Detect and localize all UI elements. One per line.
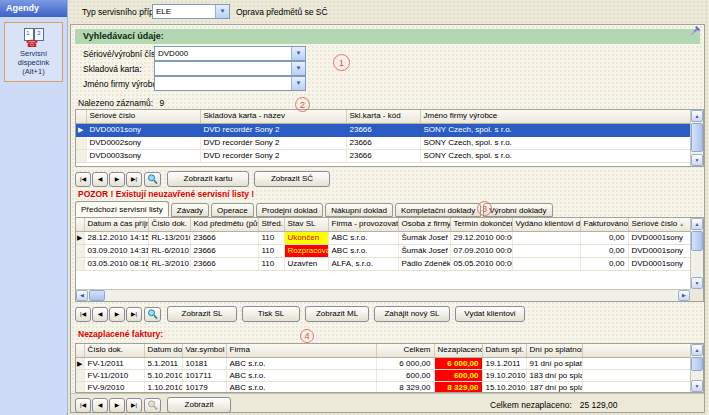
service-header-itemcode[interactable]: Kód předmětu (pův.): [190, 218, 258, 231]
invoice-row[interactable]: FV-11/2010 5.10.2010 101711 ABC s.r.o. 6…: [76, 369, 690, 381]
service-row[interactable]: 03.05.2010 08:16 RL-3/2010 23666 110 Uza…: [76, 257, 690, 270]
results-row-selected[interactable]: ▶ DVD0001sony DVD recordér Sony 2 23666 …: [76, 123, 690, 136]
stock-card-combobox[interactable]: ▼: [154, 61, 306, 76]
tab-assembly-documents[interactable]: Kompletační doklady: [395, 203, 481, 217]
show-ml-button[interactable]: Zobrazit ML: [305, 306, 369, 322]
tab-purchase-document[interactable]: Nákupní doklad: [325, 203, 393, 217]
chevron-down-icon[interactable]: ▼: [291, 47, 305, 60]
service-header-invoiced[interactable]: Fakturováno: [580, 218, 628, 231]
sidebar-header: Agendy: [0, 0, 67, 17]
invoices-header-unpaid[interactable]: Nezaplaceno: [434, 344, 482, 357]
invoice-row[interactable]: ▶ FV-1/2011 5.1.2011 10181 ABC s.r.o. 6 …: [76, 357, 690, 369]
tab-previous-service-sheets[interactable]: Předchozí servisní listy: [75, 201, 169, 217]
service-header-status[interactable]: Stav SL: [284, 218, 328, 231]
scrollbar-thumb[interactable]: [89, 290, 105, 301]
service-row[interactable]: 03.09.2010 14:31 RL-6/2010 23666 110 Roz…: [76, 244, 690, 257]
scroll-down-icon[interactable]: ▼: [691, 154, 703, 166]
invoices-header-duedate[interactable]: Datum spl.: [482, 344, 526, 357]
cell-invoiced: 0,00: [580, 244, 628, 257]
show-invoice-button[interactable]: Zobrazit: [167, 397, 231, 413]
nav-first-button[interactable]: |◀: [75, 307, 91, 322]
tab-defects[interactable]: Závady: [171, 203, 209, 217]
show-card-button[interactable]: Zobrazit kartu: [167, 171, 249, 187]
nav-last-button[interactable]: ▶|: [126, 172, 142, 187]
chevron-down-icon[interactable]: ▼: [291, 77, 305, 90]
unpaid-amount-badge: 6 000,00: [434, 357, 482, 369]
search-magnifier-button-disabled: [144, 398, 161, 413]
results-row[interactable]: DVD0003sony DVD recordér Sony 2 23666 SO…: [76, 149, 690, 162]
nav-first-button[interactable]: |◀: [75, 172, 91, 187]
issue-to-client-button[interactable]: Vydat klientovi: [455, 306, 525, 322]
scroll-down-icon[interactable]: ▼: [691, 277, 703, 289]
service-header-datetime[interactable]: Datum a čas příjmu: [84, 218, 148, 231]
nav-next-button[interactable]: ▶: [109, 398, 125, 413]
service-row[interactable]: ▶ 28.12.2010 14:15 RL-13/2010 23666 110 …: [76, 231, 690, 244]
unpaid-amount-badge: 8 329,00: [434, 381, 482, 393]
invoices-header-date[interactable]: Datum dok.: [144, 344, 182, 357]
serial-number-combobox[interactable]: DVD000 ▼: [154, 46, 306, 61]
scrollbar-thumb[interactable]: [691, 123, 703, 152]
scroll-up-icon[interactable]: ▲: [691, 344, 703, 356]
invoices-header-varsymbol[interactable]: Var.symbol: [182, 344, 226, 357]
manufacturer-combobox[interactable]: ▼: [154, 76, 306, 91]
service-header-serial[interactable]: Sériové číslo▲: [628, 218, 690, 231]
scroll-left-icon[interactable]: ◀: [76, 290, 88, 301]
tab-sales-document[interactable]: Prodejní doklad: [256, 203, 324, 217]
cell-itemcode: 23666: [190, 244, 258, 257]
results-row[interactable]: DVD0002sony DVD recordér Sony 2 23666 SO…: [76, 136, 690, 149]
invoices-vertical-scrollbar[interactable]: ▲ ▼: [690, 344, 703, 392]
nav-prev-button[interactable]: ◀: [92, 172, 108, 187]
nav-prev-button[interactable]: ◀: [92, 398, 108, 413]
nav-next-button[interactable]: ▶: [109, 172, 125, 187]
open-service-sheets-warning: POZOR ! Existují neuzavřené servisní lis…: [78, 189, 254, 199]
invoice-row[interactable]: FV-9/2010 1.10.2010 10179 ABC s.r.o. 8 3…: [76, 381, 690, 393]
results-header-manufacturer[interactable]: Jméno firmy výrobce: [420, 110, 690, 123]
scrollbar-thumb[interactable]: [691, 357, 703, 371]
service-header-deadline[interactable]: Termín dokončení: [450, 218, 512, 231]
scroll-up-icon[interactable]: ▲: [691, 218, 703, 230]
nav-last-button[interactable]: ▶|: [126, 398, 142, 413]
results-vertical-scrollbar[interactable]: ▲ ▼: [690, 110, 703, 166]
tab-production-documents[interactable]: Výrobní doklady: [483, 203, 552, 217]
cell-filler: [582, 357, 690, 369]
invoices-header-docno[interactable]: Číslo dok.: [84, 344, 144, 357]
show-sl-button[interactable]: Zobrazit SL: [167, 306, 237, 322]
cell-serial: DVD0001sony: [86, 123, 200, 136]
scroll-down-icon[interactable]: ▼: [691, 380, 703, 392]
invoices-header-overdue[interactable]: Dní po splatnosti: [526, 344, 582, 357]
invoices-header-total[interactable]: Celkem: [376, 344, 434, 357]
nav-prev-button[interactable]: ◀: [92, 307, 108, 322]
scroll-right-icon[interactable]: ▶: [678, 290, 690, 301]
status-badge: Uzavřen: [284, 257, 328, 270]
pin-icon[interactable]: [688, 26, 700, 38]
scroll-up-icon[interactable]: ▲: [691, 110, 703, 122]
service-header-center[interactable]: Střed.: [258, 218, 284, 231]
nav-next-button[interactable]: ▶: [109, 307, 125, 322]
sidebar-item-service-dispatch[interactable]: 1 2 ☎ Servisní dispečink (Alt+1): [4, 22, 63, 82]
start-new-sl-button[interactable]: Zahájit nový SL: [374, 306, 450, 322]
results-header-code[interactable]: Skl.karta - kód: [346, 110, 420, 123]
results-header-stockcard[interactable]: Skladová karta - název: [200, 110, 346, 123]
service-header-issued[interactable]: Vydáno klientovi dn: [512, 218, 580, 231]
service-header-company[interactable]: Firma - provozovatel: [328, 218, 398, 231]
show-serial-button[interactable]: Zobrazit SČ: [254, 171, 330, 187]
service-horizontal-scrollbar[interactable]: ◀ ▶: [76, 289, 690, 301]
search-magnifier-button[interactable]: [144, 172, 161, 187]
tab-operations[interactable]: Operace: [211, 203, 254, 217]
serial-number-value: DVD000: [155, 47, 291, 60]
print-sl-button[interactable]: Tisk SL: [242, 306, 300, 322]
service-vertical-scrollbar[interactable]: ▲ ▼: [690, 218, 703, 289]
results-header-serial[interactable]: Sériové číslo: [86, 110, 200, 123]
search-magnifier-button[interactable]: [144, 307, 161, 322]
chevron-down-icon[interactable]: ▼: [215, 5, 229, 18]
found-records-count: 9: [160, 98, 165, 108]
nav-last-button[interactable]: ▶|: [126, 307, 142, 322]
scrollbar-thumb[interactable]: [691, 231, 703, 251]
service-header-docno[interactable]: Číslo dok.: [148, 218, 190, 231]
service-header-person[interactable]: Osoba z firmy: [398, 218, 450, 231]
chevron-down-icon[interactable]: ▼: [291, 62, 305, 75]
invoices-header-company[interactable]: Firma: [226, 344, 376, 357]
case-type-combobox[interactable]: ELE ▼: [152, 4, 230, 19]
magnifier-icon: [147, 173, 158, 185]
nav-first-button[interactable]: |◀: [75, 398, 91, 413]
